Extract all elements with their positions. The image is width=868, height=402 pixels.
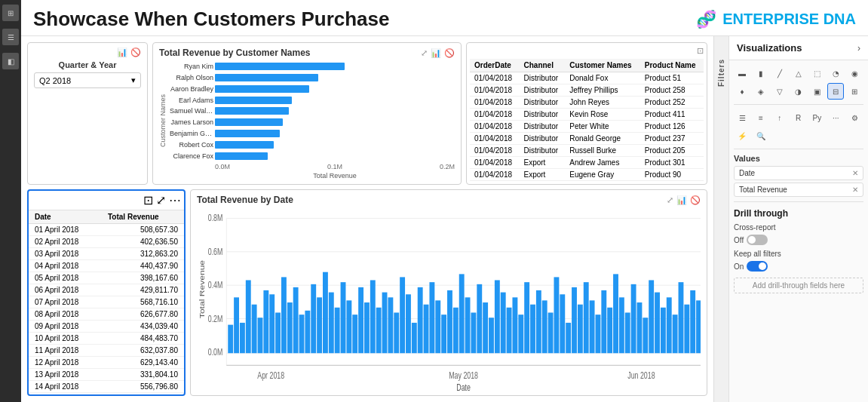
order-table-row[interactable]: 01/04/2018DistributorRussell BurkeProduc… bbox=[470, 145, 704, 157]
line-chart-bar[interactable] bbox=[596, 315, 601, 353]
cross-report-switch[interactable] bbox=[747, 235, 768, 245]
bar-lc[interactable]: 📊 bbox=[676, 195, 687, 205]
expand-icon-dt[interactable]: ⤢ bbox=[156, 193, 166, 207]
line-chart-bar[interactable] bbox=[435, 300, 440, 353]
bar-row[interactable]: Earl Adams bbox=[215, 95, 455, 106]
line-chart-bar[interactable] bbox=[376, 308, 382, 354]
search-viz-icon[interactable]: 🔍 bbox=[753, 127, 769, 144]
bar-row[interactable]: Benjamin Greene bbox=[215, 128, 455, 139]
line-chart-bar[interactable] bbox=[441, 315, 446, 353]
analytics-viz-icon[interactable]: ⚡ bbox=[734, 127, 750, 144]
line-chart-bar[interactable] bbox=[453, 308, 459, 354]
date-table-row[interactable]: 13 April 2018331,804.10 bbox=[29, 369, 184, 381]
line-chart-bar[interactable] bbox=[323, 272, 328, 354]
line-viz-icon[interactable]: ╱ bbox=[771, 65, 788, 81]
cross-report-toggle-row[interactable]: Off bbox=[734, 235, 863, 245]
expand-lc[interactable]: ⤢ bbox=[667, 195, 673, 205]
line-chart-bar[interactable] bbox=[495, 280, 500, 353]
expand-chip-icon[interactable]: ✕ bbox=[852, 169, 858, 177]
line-chart-bar[interactable] bbox=[412, 323, 417, 353]
date-table-row[interactable]: 06 April 2018429,811.70 bbox=[29, 284, 184, 296]
line-chart-bar[interactable] bbox=[637, 302, 643, 353]
map-viz-icon[interactable]: ♦ bbox=[734, 83, 750, 100]
line-chart-bar[interactable] bbox=[536, 290, 541, 353]
line-chart-bar[interactable] bbox=[394, 312, 399, 353]
date-table-row[interactable]: 03 April 2018312,863.20 bbox=[29, 248, 184, 260]
line-chart-bar[interactable] bbox=[341, 282, 346, 353]
bar-row[interactable]: James Larson bbox=[215, 117, 455, 127]
line-chart-bar[interactable] bbox=[477, 284, 482, 353]
pie-viz-icon[interactable]: ◔ bbox=[827, 65, 844, 81]
line-chart-bar[interactable] bbox=[607, 308, 612, 354]
line-chart-bar[interactable] bbox=[696, 300, 701, 353]
line-chart-bar[interactable] bbox=[406, 294, 411, 353]
scatter-viz-icon[interactable]: ⬚ bbox=[808, 65, 825, 81]
date-table-row[interactable]: 15 April 2018622,758.30 bbox=[29, 393, 184, 395]
line-chart-bar[interactable] bbox=[649, 280, 654, 353]
line-chart-bar[interactable] bbox=[471, 312, 476, 353]
area-viz-icon[interactable]: △ bbox=[790, 65, 807, 81]
chart-icon[interactable]: 📊 bbox=[117, 48, 127, 57]
line-chart-bar[interactable] bbox=[299, 315, 305, 353]
line-chart-bar[interactable] bbox=[483, 302, 488, 353]
line-chart-bar[interactable] bbox=[661, 308, 666, 354]
line-chart-bar[interactable] bbox=[364, 302, 370, 353]
sidebar-icon-list[interactable]: ☰ bbox=[2, 29, 19, 45]
expand-chip-icon[interactable]: ✕ bbox=[852, 186, 858, 194]
order-table-row[interactable]: 01/04/2018ExportAndrew JamesProduct 301 bbox=[470, 157, 704, 169]
line-chart-bar[interactable] bbox=[601, 290, 606, 353]
line-chart-bar[interactable] bbox=[554, 277, 559, 353]
line-chart-bar[interactable] bbox=[269, 294, 275, 353]
line-chart-bar[interactable] bbox=[447, 290, 452, 353]
kpi-viz-icon[interactable]: ↑ bbox=[771, 109, 788, 126]
line-chart-bar[interactable] bbox=[293, 287, 299, 353]
date-table-row[interactable]: 02 April 2018402,636.50 bbox=[29, 236, 184, 248]
date-table-row[interactable]: 05 April 2018398,167.60 bbox=[29, 272, 184, 284]
line-chart-bar[interactable] bbox=[530, 305, 535, 354]
line-chart-bar[interactable] bbox=[382, 293, 388, 354]
line-chart-bar[interactable] bbox=[465, 297, 471, 353]
line-chart-bar[interactable] bbox=[352, 315, 357, 353]
line-chart-bar[interactable] bbox=[275, 312, 281, 353]
line-chart-bar[interactable] bbox=[252, 305, 257, 354]
line-chart-bar[interactable] bbox=[346, 300, 351, 353]
date-table-inner[interactable]: DateTotal Revenue 01 April 2018508,657.3… bbox=[29, 210, 184, 394]
date-table-row[interactable]: 11 April 2018632,037.80 bbox=[29, 345, 184, 357]
date-table-row[interactable]: 10 April 2018484,483.70 bbox=[29, 333, 184, 345]
funnel-viz-icon[interactable]: ▽ bbox=[771, 83, 788, 100]
multirow-viz-icon[interactable]: ≡ bbox=[753, 109, 769, 126]
order-table-inner[interactable]: OrderDateChannelCustomer NamesProduct Na… bbox=[470, 59, 704, 181]
line-chart-bar[interactable] bbox=[542, 300, 547, 353]
sidebar-icon-layout[interactable]: ◧ bbox=[2, 53, 19, 69]
line-chart-bar[interactable] bbox=[287, 302, 293, 353]
bar-row[interactable]: Robert Cox bbox=[215, 140, 455, 150]
line-chart-bar[interactable] bbox=[358, 287, 363, 353]
value-chip-date-value[interactable]: Date✕ bbox=[734, 166, 863, 180]
r-viz-icon[interactable]: R bbox=[790, 109, 807, 126]
more-icon-dt[interactable]: ⋯ bbox=[169, 193, 181, 207]
line-chart-bar[interactable] bbox=[613, 274, 618, 353]
date-table-row[interactable]: 09 April 2018434,039.40 bbox=[29, 321, 184, 333]
line-chart-bar[interactable] bbox=[228, 325, 233, 354]
line-chart-bar[interactable] bbox=[501, 293, 506, 354]
col-viz-icon[interactable]: ▮ bbox=[753, 65, 769, 81]
order-table-row[interactable]: 01/04/2018ExportEugene GrayProduct 90 bbox=[470, 169, 704, 181]
chart-mode-icon[interactable]: 📊 bbox=[431, 48, 441, 58]
line-chart-bar[interactable] bbox=[263, 290, 268, 353]
date-table-row[interactable]: 08 April 2018626,677.80 bbox=[29, 308, 184, 321]
bar-row[interactable]: Samuel Walker bbox=[215, 106, 455, 116]
line-chart-bar[interactable] bbox=[240, 323, 245, 353]
line-chart-bar[interactable] bbox=[234, 297, 239, 353]
bar-row[interactable]: Clarence Fox bbox=[215, 151, 455, 161]
line-chart-bar[interactable] bbox=[566, 323, 571, 353]
line-chart-bar[interactable] bbox=[584, 282, 589, 353]
line-chart-bar[interactable] bbox=[424, 305, 429, 354]
bar-viz-icon[interactable]: ▬ bbox=[734, 65, 750, 81]
date-table-row[interactable]: 04 April 2018440,437.90 bbox=[29, 260, 184, 272]
value-chip-actions[interactable]: ✕ bbox=[852, 169, 858, 177]
line-chart-bar[interactable] bbox=[317, 297, 322, 353]
line-chart-bar[interactable] bbox=[578, 305, 583, 354]
line-chart-bar[interactable] bbox=[690, 290, 695, 353]
keep-filters-switch[interactable] bbox=[747, 261, 768, 272]
py-viz-icon[interactable]: Py bbox=[808, 109, 825, 126]
